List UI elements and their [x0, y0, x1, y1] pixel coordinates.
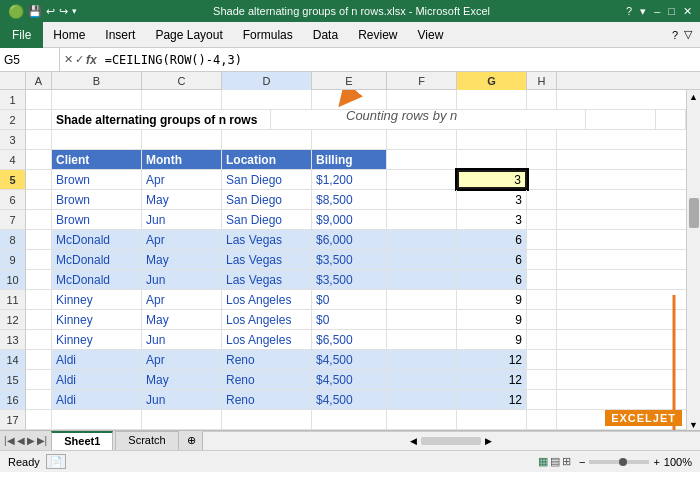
add-sheet-button[interactable]: ⊕	[181, 432, 202, 449]
zoom-in-button[interactable]: +	[653, 456, 659, 468]
cell-d15[interactable]: Reno	[222, 370, 312, 389]
row-num-7[interactable]: 7	[0, 210, 25, 230]
cell-b2[interactable]: Shade alternating groups of n rows	[52, 110, 271, 129]
cell-h11[interactable]	[527, 290, 557, 309]
scrollbar-thumb[interactable]	[689, 198, 699, 228]
cell-d9[interactable]: Las Vegas	[222, 250, 312, 269]
cell-c10[interactable]: Jun	[142, 270, 222, 289]
cell-h5[interactable]	[527, 170, 557, 189]
cell-a13[interactable]	[26, 330, 52, 349]
col-header-f[interactable]: F	[387, 72, 457, 90]
data-menu[interactable]: Data	[303, 22, 348, 48]
cell-f10[interactable]	[387, 270, 457, 289]
row-num-5[interactable]: 5	[0, 170, 25, 190]
maximize-button[interactable]: □	[668, 5, 675, 18]
cell-c9[interactable]: May	[142, 250, 222, 269]
cell-a11[interactable]	[26, 290, 52, 309]
cell-f4[interactable]	[387, 150, 457, 169]
close-button[interactable]: ✕	[683, 5, 692, 18]
row-num-4[interactable]: 4	[0, 150, 25, 170]
cell-d14[interactable]: Reno	[222, 350, 312, 369]
cell-b5[interactable]: Brown	[52, 170, 142, 189]
cell-c14[interactable]: Apr	[142, 350, 222, 369]
page-break-button[interactable]: ⊞	[562, 455, 571, 468]
row-num-15[interactable]: 15	[0, 370, 25, 390]
cell-f5[interactable]	[387, 170, 457, 189]
cell-e12[interactable]: $0	[312, 310, 387, 329]
cell-h13[interactable]	[527, 330, 557, 349]
cell-d1[interactable]	[222, 90, 312, 109]
col-header-h[interactable]: H	[527, 72, 557, 90]
cell-b12[interactable]: Kinney	[52, 310, 142, 329]
cell-b15[interactable]: Aldi	[52, 370, 142, 389]
help-icon[interactable]: ?	[626, 5, 632, 18]
cell-g16[interactable]: 12	[457, 390, 527, 409]
cell-d2[interactable]	[351, 110, 441, 129]
cell-f17[interactable]	[387, 410, 457, 429]
cell-h16[interactable]	[527, 390, 557, 409]
cell-b10[interactable]: McDonald	[52, 270, 142, 289]
tab-next[interactable]: ▶	[27, 435, 35, 446]
sheet-tab-scratch[interactable]: Scratch	[115, 431, 178, 450]
cell-c3[interactable]	[142, 130, 222, 149]
cell-h4[interactable]	[527, 150, 557, 169]
cell-d16[interactable]: Reno	[222, 390, 312, 409]
cell-f15[interactable]	[387, 370, 457, 389]
name-box[interactable]: G5	[0, 48, 60, 71]
cell-a17[interactable]	[26, 410, 52, 429]
cell-c5[interactable]: Apr	[142, 170, 222, 189]
cell-a2[interactable]	[26, 110, 52, 129]
cell-a12[interactable]	[26, 310, 52, 329]
row-num-11[interactable]: 11	[0, 290, 25, 310]
cell-h10[interactable]	[527, 270, 557, 289]
cell-g12[interactable]: 9	[457, 310, 527, 329]
cell-f7[interactable]	[387, 210, 457, 229]
quick-access-redo[interactable]: ↪	[59, 5, 68, 18]
sheet-tab-sheet1[interactable]: Sheet1	[51, 431, 113, 450]
insert-menu[interactable]: Insert	[95, 22, 145, 48]
cell-e13[interactable]: $6,500	[312, 330, 387, 349]
cell-c4[interactable]: Month	[142, 150, 222, 169]
row-num-10[interactable]: 10	[0, 270, 25, 290]
row-num-13[interactable]: 13	[0, 330, 25, 350]
row-num-1[interactable]: 1	[0, 90, 25, 110]
view-menu[interactable]: View	[408, 22, 454, 48]
help-question[interactable]: ?	[672, 29, 678, 41]
cell-f11[interactable]	[387, 290, 457, 309]
cell-a10[interactable]	[26, 270, 52, 289]
quick-access-save[interactable]: 💾	[28, 5, 42, 18]
page-layout-button[interactable]: ▤	[550, 455, 560, 468]
cell-e17[interactable]	[312, 410, 387, 429]
zoom-slider[interactable]	[589, 460, 649, 464]
cell-g4[interactable]	[457, 150, 527, 169]
cell-h12[interactable]	[527, 310, 557, 329]
row-num-6[interactable]: 6	[0, 190, 25, 210]
cell-g3[interactable]	[457, 130, 527, 149]
review-menu[interactable]: Review	[348, 22, 407, 48]
cell-g6[interactable]: 3	[457, 190, 527, 209]
cell-e2[interactable]	[441, 110, 516, 129]
row-num-2[interactable]: 2	[0, 110, 25, 130]
cell-g15[interactable]: 12	[457, 370, 527, 389]
cell-f13[interactable]	[387, 330, 457, 349]
ribbon-toggle[interactable]: ▾	[640, 5, 646, 18]
cell-e3[interactable]	[312, 130, 387, 149]
cell-g8[interactable]: 6	[457, 230, 527, 249]
cell-g7[interactable]: 3	[457, 210, 527, 229]
formula-input[interactable]: =CEILING(ROW()-4,3)	[101, 53, 700, 67]
cell-d4[interactable]: Location	[222, 150, 312, 169]
cell-d3[interactable]	[222, 130, 312, 149]
row-num-17[interactable]: 17	[0, 410, 25, 430]
cell-g9[interactable]: 6	[457, 250, 527, 269]
cell-f12[interactable]	[387, 310, 457, 329]
row-num-9[interactable]: 9	[0, 250, 25, 270]
cell-c12[interactable]: May	[142, 310, 222, 329]
cell-g5[interactable]: 3	[457, 170, 527, 189]
cell-d8[interactable]: Las Vegas	[222, 230, 312, 249]
col-header-a[interactable]: A	[26, 72, 52, 90]
cell-g13[interactable]: 9	[457, 330, 527, 349]
formulas-menu[interactable]: Formulas	[233, 22, 303, 48]
cell-h3[interactable]	[527, 130, 557, 149]
cell-d17[interactable]	[222, 410, 312, 429]
cell-h1[interactable]	[527, 90, 557, 109]
